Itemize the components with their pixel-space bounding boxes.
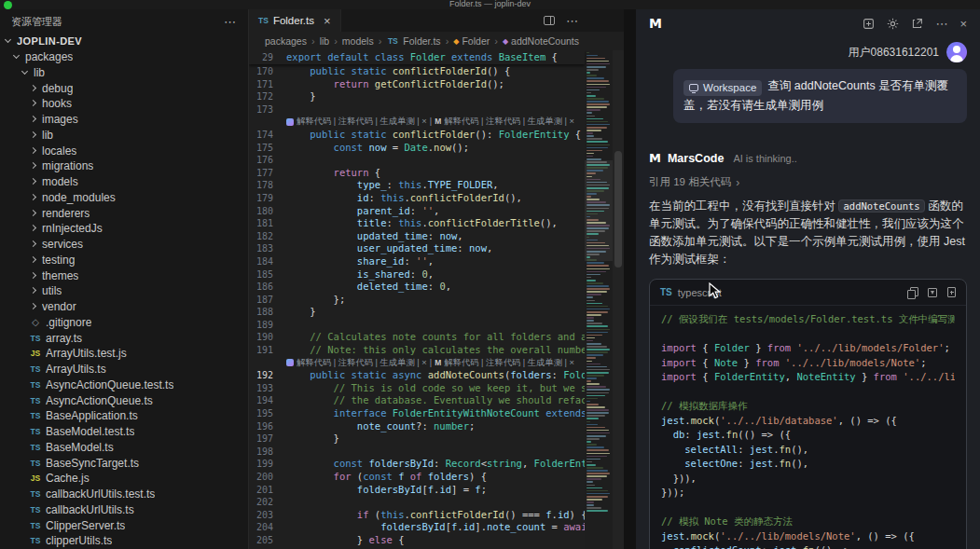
- reference-row[interactable]: 引用 19 相关代码 ›: [649, 175, 967, 189]
- scrollbar-thumb[interactable]: [614, 151, 622, 268]
- code-line[interactable]: 205 } else {: [249, 534, 585, 547]
- tree-item[interactable]: utils: [0, 283, 248, 299]
- code-line[interactable]: 195 interface FolderEntityWithNoteCount …: [249, 407, 585, 420]
- code-line[interactable]: 189: [249, 319, 585, 332]
- breadcrumb-item[interactable]: ◆addNoteCounts: [503, 35, 579, 47]
- code-line[interactable]: 197 }: [249, 432, 585, 446]
- tree-item[interactable]: lib: [0, 128, 248, 144]
- breadcrumb-item[interactable]: packages: [265, 35, 307, 47]
- tree-item[interactable]: TSBaseModel.ts: [0, 440, 248, 456]
- breadcrumb-item[interactable]: ◆Folder: [453, 35, 490, 47]
- tree-item[interactable]: images: [0, 112, 248, 128]
- tree-item[interactable]: themes: [0, 268, 248, 283]
- tree-item[interactable]: vendor: [0, 299, 248, 315]
- tree-item[interactable]: testing: [0, 253, 248, 268]
- tree-item[interactable]: JOPLIN-DEV: [0, 34, 248, 49]
- code-line[interactable]: 198: [249, 446, 585, 459]
- tab-folder-ts[interactable]: TS Folder.ts ×: [249, 9, 341, 32]
- codelens-actions[interactable]: 解释代码 | 注释代码 | 生成单测 | ×: [297, 357, 427, 370]
- code-line[interactable]: 191 // Note: this only calculates the ov…: [249, 344, 585, 357]
- tree-item[interactable]: TSBaseApplication.ts: [0, 408, 248, 424]
- code-line[interactable]: 184 share_id: '',: [249, 255, 585, 268]
- tree-item[interactable]: migrations: [0, 158, 248, 174]
- codelens-actions[interactable]: 解释代码 | 注释代码 | 生成单测 | ×: [444, 357, 574, 370]
- code-line[interactable]: 171 return getConflictFolderId();: [249, 78, 585, 91]
- code-line[interactable]: 179 id: this.conflictFolderId(),: [249, 192, 585, 205]
- codelens-actions[interactable]: 解释代码 | 注释代码 | 生成单测 | ×: [297, 116, 427, 129]
- code-line[interactable]: 201 foldersById[f.id] = f;: [249, 484, 585, 497]
- tree-item[interactable]: TSArrayUtils.ts: [0, 362, 248, 377]
- traffic-light-green-icon[interactable]: [4, 1, 12, 9]
- code-line[interactable]: 180 parent_id: '',: [249, 205, 585, 218]
- code-line[interactable]: 181 title: this.conflictFolderTitle(),: [249, 217, 585, 230]
- explorer-more-icon[interactable]: ⋯: [224, 15, 237, 29]
- minimap[interactable]: [585, 50, 613, 549]
- code-line[interactable]: 176: [249, 154, 585, 167]
- insert-code-icon[interactable]: [928, 288, 937, 297]
- tree-item[interactable]: renderers: [0, 205, 248, 221]
- tree-item[interactable]: ◇.gitignore: [0, 315, 248, 331]
- new-file-icon[interactable]: [947, 287, 956, 297]
- editor-scrollbar[interactable]: [613, 50, 624, 549]
- code-line[interactable]: 188 }: [249, 306, 585, 319]
- chat-code-body[interactable]: // 假设我们在 tests/models/Folder.test.ts 文件中…: [650, 306, 966, 549]
- panel-divider[interactable]: [624, 9, 636, 549]
- tree-item[interactable]: services: [0, 237, 248, 253]
- split-editor-icon[interactable]: [544, 16, 555, 25]
- code-line[interactable]: 172 }: [249, 90, 585, 103]
- code-line[interactable]: 178 type_: this.TYPE_FOLDER,: [249, 179, 585, 192]
- more-icon[interactable]: ⋯: [935, 18, 947, 30]
- code-line[interactable]: 200 for (const f of folders) {: [249, 471, 585, 484]
- code-line[interactable]: 204 foldersById[f.id].note_count = await…: [249, 521, 585, 534]
- minimap-slider[interactable]: [585, 160, 613, 261]
- code-line[interactable]: 182 updated_time: now,: [249, 230, 585, 243]
- code-line[interactable]: 190 // Calculates note counts for all fo…: [249, 331, 585, 344]
- sticky-scroll-line[interactable]: 29export default class Folder extends Ba…: [249, 50, 585, 64]
- tree-item[interactable]: TSBaseModel.test.ts: [0, 424, 248, 440]
- code-line[interactable]: 174 public static conflictFolder(): Fold…: [249, 129, 585, 142]
- tree-item[interactable]: TSBaseSyncTarget.ts: [0, 455, 248, 471]
- breadcrumb-item[interactable]: models: [342, 35, 374, 47]
- breadcrumb-item[interactable]: lib: [320, 35, 330, 47]
- tree-item[interactable]: debug: [0, 80, 248, 96]
- user-avatar[interactable]: [946, 42, 967, 62]
- close-panel-icon[interactable]: ×: [959, 18, 967, 30]
- code-line[interactable]: 185 is_shared: 0,: [249, 268, 585, 281]
- tree-item[interactable]: TScallbackUrlUtils.ts: [0, 502, 248, 518]
- codelens-actions[interactable]: 解释代码 | 注释代码 | 生成单测 | ×: [444, 116, 574, 129]
- code-line[interactable]: 194 // the database. Eventually we shoul…: [249, 394, 585, 407]
- tree-item[interactable]: TSclipperUtils.ts: [0, 533, 248, 549]
- code-line[interactable]: 173: [249, 103, 585, 117]
- tree-item[interactable]: packages: [0, 49, 248, 65]
- tree-item[interactable]: hooks: [0, 96, 248, 112]
- tree-item[interactable]: lib: [0, 65, 248, 81]
- code-line[interactable]: 203 if (this.conflictFolderId() === f.id…: [249, 509, 585, 522]
- close-tab-icon[interactable]: ×: [324, 15, 331, 27]
- share-icon[interactable]: [911, 18, 923, 30]
- code-line[interactable]: 196 note_count?: number;: [249, 420, 585, 433]
- workspace-chip[interactable]: Workspace: [683, 80, 762, 96]
- tree-item[interactable]: TSarray.ts: [0, 330, 248, 346]
- new-chat-icon[interactable]: [863, 18, 875, 30]
- breadcrumb-item[interactable]: TSFolder.ts: [386, 35, 440, 47]
- code-line[interactable]: 170 public static conflictFolderId() {: [249, 65, 585, 78]
- settings-icon[interactable]: [887, 18, 899, 30]
- code-line[interactable]: 177 return {: [249, 167, 585, 180]
- tree-item[interactable]: node_modules: [0, 190, 248, 206]
- editor-more-icon[interactable]: ⋯: [566, 14, 579, 28]
- code-line[interactable]: 202: [249, 496, 585, 509]
- tree-item[interactable]: JSCache.js: [0, 471, 248, 487]
- tree-item[interactable]: rnInjectedJs: [0, 221, 248, 237]
- code-line[interactable]: 193 // This is old code so we keep it, b…: [249, 382, 585, 395]
- tree-item[interactable]: locales: [0, 143, 248, 158]
- code-line[interactable]: 186 deleted_time: 0,: [249, 281, 585, 294]
- code-line[interactable]: 175 const now = Date.now();: [249, 142, 585, 155]
- tree-item[interactable]: TScallbackUrlUtils.test.ts: [0, 487, 248, 502]
- tree-item[interactable]: JSArrayUtils.test.js: [0, 346, 248, 362]
- tree-item[interactable]: TSAsyncActionQueue.ts: [0, 392, 248, 408]
- code-line[interactable]: 187 };: [249, 294, 585, 307]
- code-line[interactable]: 199 const foldersById: Record<string, Fo…: [249, 458, 585, 471]
- code-line[interactable]: 183 user_updated_time: now,: [249, 242, 585, 255]
- tree-item[interactable]: TSClipperServer.ts: [0, 517, 248, 533]
- code-line[interactable]: 192 public static async addNoteCounts(fo…: [249, 369, 585, 382]
